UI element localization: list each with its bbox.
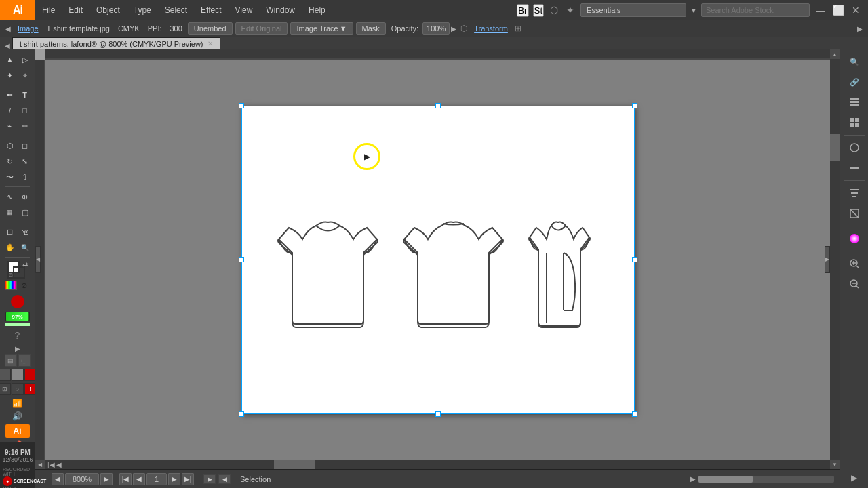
image-trace-button[interactable]: Image Trace ▼: [290, 22, 353, 35]
swatch-gray-dark[interactable]: [0, 369, 11, 381]
scale-tool[interactable]: ⤡: [18, 154, 33, 169]
menu-select[interactable]: Select: [158, 0, 194, 20]
selection-tool[interactable]: ▲: [3, 52, 18, 67]
warp-tool[interactable]: 〜: [3, 169, 18, 184]
swatch-red[interactable]: [24, 369, 37, 381]
menu-effect[interactable]: Effect: [194, 0, 228, 20]
zoom-value-input[interactable]: [65, 473, 99, 485]
handle-bot-right[interactable]: [632, 411, 637, 417]
status-scrollbar[interactable]: [698, 476, 834, 483]
opacity-chevron-icon[interactable]: ▶: [450, 25, 458, 33]
mask-button[interactable]: Mask: [356, 22, 386, 35]
horizontal-scrollbar[interactable]: ◀ |◀ ◀: [35, 460, 830, 469]
color-boxes[interactable]: ⇄ ⊡: [7, 261, 28, 279]
fill2-icon[interactable]: ⬚: [18, 354, 31, 367]
opacity-input[interactable]: [422, 22, 450, 35]
panel-appearance[interactable]: [842, 138, 867, 157]
notification-dot[interactable]: [11, 295, 24, 308]
image-link[interactable]: Image: [14, 20, 43, 37]
handle-top-left[interactable]: [239, 103, 244, 108]
default-colors-icon[interactable]: ⊡: [7, 272, 14, 279]
rect-tool[interactable]: □: [18, 103, 33, 118]
panel-search[interactable]: 🔍: [842, 52, 867, 71]
circle-icon[interactable]: ○: [12, 383, 24, 395]
pause-btn[interactable]: ◀: [218, 474, 231, 484]
handle-top-right[interactable]: [632, 103, 637, 108]
panel-swatches[interactable]: [842, 113, 867, 132]
unembed-button[interactable]: Unembed: [188, 22, 233, 35]
eyedropper-tool[interactable]: 🖲: [18, 224, 33, 239]
hscroll-left-btn[interactable]: ◀: [35, 460, 45, 469]
hscroll-thumb[interactable]: [274, 460, 315, 469]
zoom-tool[interactable]: 🔍: [18, 240, 33, 255]
transform-icon[interactable]: ⬡: [458, 24, 470, 33]
collapse-toolbar[interactable]: ▶: [15, 345, 20, 352]
text-tool[interactable]: T: [18, 87, 33, 102]
color-mode-icon[interactable]: ⬡: [548, 5, 560, 16]
slice-tool[interactable]: ⊟: [3, 224, 18, 239]
handle-bot-center[interactable]: [435, 411, 441, 417]
search-input[interactable]: [701, 3, 810, 17]
shaper-tool[interactable]: ⬡: [3, 138, 18, 153]
help-button[interactable]: ?: [3, 328, 33, 343]
panel-color[interactable]: [842, 229, 867, 248]
swap-colors-icon[interactable]: ⇄: [22, 261, 28, 268]
document-tab-active[interactable]: t shirt patterns. lafond® @ 800% (CMYK/G…: [12, 37, 220, 49]
pencil-tool[interactable]: ✏: [18, 119, 33, 134]
alert-icon[interactable]: !: [24, 383, 37, 395]
workspace-selector[interactable]: [580, 3, 686, 17]
symbol-tool[interactable]: ⊕: [18, 189, 33, 204]
handle-mid-right[interactable]: [632, 257, 637, 262]
lasso-tool[interactable]: ⌖: [18, 68, 33, 83]
status-scrollbar-thumb[interactable]: [698, 476, 753, 483]
graph-tool[interactable]: ▦: [3, 205, 18, 220]
speaker-icon[interactable]: 🔊: [3, 410, 33, 422]
panel-transform[interactable]: [842, 204, 867, 223]
canvas-collapse-left[interactable]: ◀: [35, 246, 41, 273]
color-gradient-icon[interactable]: [5, 281, 17, 290]
blend-tool[interactable]: ∿: [3, 189, 18, 204]
panel-collapse-icon[interactable]: ▶: [842, 468, 867, 488]
handle-top-center[interactable]: [435, 103, 441, 108]
menu-object[interactable]: Object: [90, 0, 127, 20]
first-page-nav[interactable]: |◀: [119, 473, 132, 485]
none-color-icon[interactable]: ⊘: [18, 281, 31, 290]
stock-button[interactable]: St: [533, 4, 545, 17]
pen-tool[interactable]: ✒: [3, 87, 18, 102]
panel-links[interactable]: 🔗: [842, 73, 867, 92]
layers-icon[interactable]: ▤: [5, 354, 17, 367]
next-page-nav[interactable]: ▶: [168, 473, 180, 485]
line-tool[interactable]: /: [3, 103, 18, 118]
vscroll-thumb[interactable]: [830, 134, 840, 161]
panel-stroke[interactable]: [842, 159, 867, 178]
first-page-btn[interactable]: |◀: [47, 461, 55, 468]
maximize-button[interactable]: ⬜: [831, 3, 845, 17]
tab-collapse-icon[interactable]: ◀: [3, 42, 12, 49]
collapse-left-icon[interactable]: ◀: [3, 25, 14, 33]
vscroll-up-btn[interactable]: ▲: [830, 49, 840, 59]
vertical-scrollbar[interactable]: ▲ ▼: [830, 49, 840, 469]
rotate-tool[interactable]: ↻: [3, 154, 18, 169]
handle-mid-left[interactable]: [239, 257, 244, 262]
menu-help[interactable]: Help: [302, 0, 332, 20]
workspace-chevron[interactable]: ▼: [690, 7, 697, 14]
link-icon[interactable]: ⊡: [0, 383, 11, 395]
artboard-tool[interactable]: ▢: [18, 205, 33, 220]
status-right-arrow[interactable]: ▶: [690, 475, 696, 483]
align-icon[interactable]: ⊞: [512, 24, 524, 33]
menu-file[interactable]: File: [35, 0, 62, 20]
zoom-out-btn[interactable]: ◀: [52, 473, 64, 485]
play-btn[interactable]: ▶: [203, 474, 216, 484]
wifi-icon[interactable]: 📶: [3, 397, 33, 409]
panel-layers[interactable]: [842, 93, 867, 112]
zoom-in-btn[interactable]: ▶: [100, 473, 113, 485]
direct-select-tool[interactable]: ▷: [18, 52, 33, 67]
panel-zoom-in[interactable]: [842, 254, 867, 273]
expand-icon[interactable]: ▶: [15, 345, 20, 352]
menu-window[interactable]: Window: [259, 0, 302, 20]
collapse-right-icon[interactable]: ▶: [854, 25, 865, 33]
page-number-input[interactable]: [146, 473, 167, 485]
swatch-gray-mid[interactable]: [12, 369, 24, 381]
menu-edit[interactable]: Edit: [62, 0, 90, 20]
canvas-collapse-right[interactable]: ▶: [825, 246, 830, 273]
